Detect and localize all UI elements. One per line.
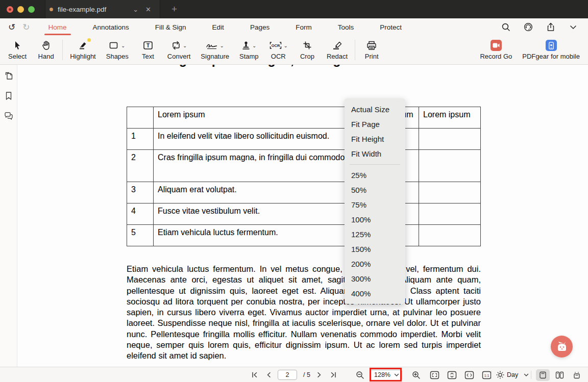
fit-width-icon[interactable] [463, 369, 475, 380]
zoom-window-button[interactable] [28, 6, 35, 13]
table-row: 4 Fusce vitae vestibulum velit. [127, 203, 481, 225]
two-page-view-button[interactable] [553, 369, 567, 381]
single-page-view-button[interactable] [536, 369, 550, 381]
crop-icon [303, 41, 312, 50]
zoom-level-dropdown[interactable]: 128% [370, 370, 402, 380]
table-cell [419, 150, 481, 182]
document-tab[interactable]: file-example.pdf ⌄ ✕ [45, 0, 160, 18]
ocr-tool-button[interactable]: OCR⌄ OCR [264, 36, 293, 64]
close-window-button[interactable] [7, 6, 13, 13]
page-thumbnails-icon[interactable] [4, 71, 13, 81]
previous-page-button[interactable] [263, 369, 275, 380]
tab-annotations[interactable]: Annotations [92, 19, 130, 35]
search-icon[interactable] [501, 22, 510, 32]
tab-pages[interactable]: Pages [249, 19, 271, 35]
menu-item-zoom-150[interactable]: 150% [345, 242, 405, 257]
fit-controls: 1:1 [429, 367, 492, 382]
menu-item-zoom-200[interactable]: 200% [345, 257, 405, 271]
menu-item-fit-width[interactable]: Fit Width [345, 146, 405, 161]
select-tool-button[interactable]: Select [3, 36, 32, 64]
minimize-window-button[interactable] [17, 6, 24, 13]
comments-icon[interactable] [4, 111, 13, 120]
zoom-in-icon[interactable] [411, 369, 422, 380]
table-cell: 5 [127, 225, 154, 246]
zoom-out-icon[interactable] [354, 369, 365, 380]
menu-item-zoom-75[interactable]: 75% [345, 197, 405, 212]
highlight-color-dot [87, 38, 91, 42]
table-cell [127, 107, 154, 129]
fit-height-icon[interactable] [446, 369, 457, 380]
share-icon[interactable] [546, 22, 555, 32]
highlight-tool-button[interactable]: Highlight [65, 36, 101, 64]
text-box-icon: T [143, 41, 153, 50]
undo-icon[interactable]: ↺ [8, 22, 15, 33]
text-tool-button[interactable]: T Text [134, 36, 162, 64]
ribbon-tabs: Home Annotations Fill & Sign Edit Pages … [47, 19, 403, 35]
pdfgear-mobile-button[interactable]: PDFgear for mobile [517, 36, 585, 64]
menu-separator [350, 164, 400, 165]
redo-icon[interactable]: ↻ [22, 22, 30, 33]
tab-form[interactable]: Form [295, 19, 313, 35]
record-go-icon [491, 40, 502, 51]
titlebar: file-example.pdf ⌄ ✕ + [0, 0, 588, 18]
document-table: Lorem ipsum Lorem ipsum Lorem ipsum 1 In… [127, 107, 481, 246]
menu-item-zoom-100[interactable]: 100% [345, 212, 405, 227]
crop-tool-button[interactable]: Crop [293, 36, 322, 64]
menu-item-fit-height[interactable]: Fit Height [345, 132, 405, 146]
chevron-down-icon [524, 373, 529, 377]
ocr-icon: OCR [269, 41, 282, 50]
chevron-down-icon: ⌄ [219, 43, 224, 48]
convert-tool-button[interactable]: ⌄ Convert [162, 36, 196, 64]
menu-item-actual-size[interactable]: Actual Size [345, 102, 405, 117]
tab-fill-sign[interactable]: Fill & Sign [154, 19, 187, 35]
page-number-input[interactable] [278, 370, 297, 380]
actual-size-icon[interactable]: 1:1 [481, 369, 492, 380]
tab-close-icon[interactable]: ✕ [142, 6, 155, 13]
chevron-down-icon: ⌄ [284, 43, 288, 48]
menu-item-zoom-50[interactable]: 50% [345, 183, 405, 197]
printer-icon [366, 41, 377, 50]
zoom-dropdown-menu: Actual Size Fit Page Fit Height Fit Widt… [345, 98, 405, 304]
svg-text:1:1: 1:1 [484, 373, 489, 377]
traffic-lights [0, 6, 45, 13]
tab-home[interactable]: Home [47, 19, 68, 35]
tab-edit[interactable]: Edit [211, 19, 225, 35]
print-button[interactable]: Print [357, 36, 386, 64]
menu-item-zoom-300[interactable]: 300% [345, 271, 405, 286]
menu-item-zoom-400[interactable]: 400% [345, 286, 405, 301]
menu-item-zoom-125[interactable]: 125% [345, 227, 405, 242]
bookmarks-icon[interactable] [4, 91, 13, 100]
document-viewport[interactable]: Cras fringilla ipsum magna, in fringilla… [17, 65, 588, 367]
theme-label: Day [507, 371, 518, 378]
record-go-button[interactable]: Record Go [475, 36, 517, 64]
collapse-toolbar-chevron-icon[interactable] [569, 22, 578, 32]
chevron-down-icon: ⌄ [183, 43, 187, 48]
table-cell [419, 203, 481, 225]
last-page-button[interactable] [328, 369, 339, 380]
first-page-button[interactable] [249, 369, 260, 380]
support-icon[interactable] [524, 22, 533, 32]
next-page-button[interactable] [313, 369, 325, 380]
table-cell: In eleifend velit vitae libero sollicitu… [154, 129, 362, 150]
hand-tool-button[interactable]: Hand [32, 36, 60, 64]
menu-item-zoom-25[interactable]: 25% [345, 168, 405, 183]
ai-assistant-button[interactable] [551, 336, 573, 358]
document-paragraph: Etiam vehicula luctus fermentum. In vel … [127, 264, 481, 362]
convert-cycle-icon [171, 41, 181, 50]
theme-selector[interactable]: Day [496, 367, 529, 382]
svg-text:OCR: OCR [271, 43, 280, 48]
table-cell: 2 [127, 150, 154, 182]
shapes-tool-button[interactable]: ⌄ Shapes [101, 36, 134, 64]
signature-tool-button[interactable]: ⌄ Signature [195, 36, 234, 64]
tab-tools[interactable]: Tools [337, 19, 355, 35]
redact-tool-button[interactable]: Redact [322, 36, 353, 64]
tab-chevron-down-icon[interactable]: ⌄ [129, 6, 142, 13]
menu-item-fit-page[interactable]: Fit Page [345, 117, 405, 132]
fit-page-icon[interactable] [429, 369, 440, 380]
signature-icon [206, 41, 218, 50]
stamp-tool-button[interactable]: ⌄ Stamp [234, 36, 264, 64]
new-tab-button[interactable]: + [165, 4, 183, 15]
tab-protect[interactable]: Protect [379, 19, 403, 35]
table-cell: Aliquam erat volutpat. [154, 182, 362, 203]
continuous-scroll-view-button[interactable] [570, 369, 583, 381]
